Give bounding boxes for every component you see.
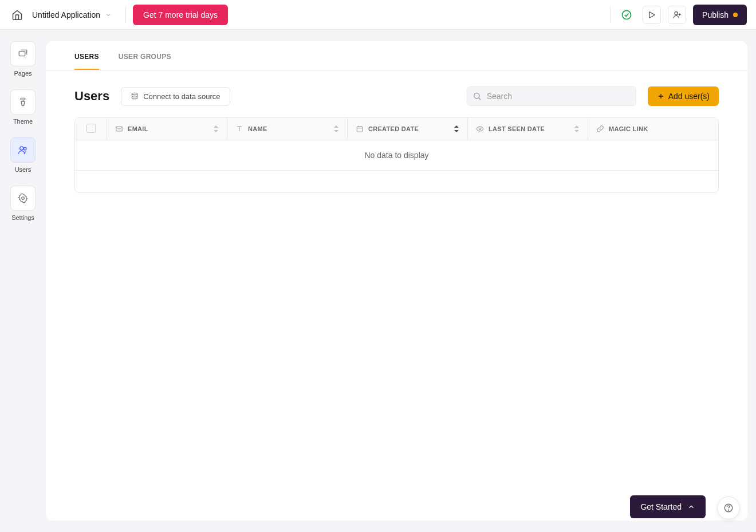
table-wrap: EMAIL <box>46 117 747 193</box>
svg-rect-20 <box>357 127 362 132</box>
add-member-button[interactable] <box>668 6 686 24</box>
column-name[interactable]: NAME <box>227 118 348 140</box>
svg-marker-25 <box>454 130 459 132</box>
toolbar: Users Connect to data source <box>46 70 747 117</box>
connect-datasource-button[interactable]: Connect to data source <box>121 87 230 106</box>
svg-point-10 <box>132 93 137 95</box>
column-label: CREATED DATE <box>368 125 419 132</box>
divider <box>610 7 611 23</box>
column-email[interactable]: EMAIL <box>107 118 227 140</box>
help-icon <box>723 503 734 513</box>
svg-point-2 <box>675 11 678 14</box>
svg-point-26 <box>479 128 481 130</box>
publish-button[interactable]: Publish <box>693 5 747 25</box>
layout: Pages Theme User <box>0 30 756 532</box>
sort-icon[interactable] <box>213 125 219 132</box>
calendar-icon <box>356 125 364 133</box>
column-label: MAGIC LINK <box>609 125 648 132</box>
svg-marker-18 <box>334 125 338 128</box>
column-checkbox[interactable] <box>75 118 107 140</box>
sidebar-label: Pages <box>14 70 32 77</box>
sidebar-item-settings[interactable]: Settings <box>10 186 36 221</box>
svg-marker-28 <box>574 130 579 132</box>
users-icon <box>10 137 36 163</box>
status-check-icon[interactable] <box>617 6 636 24</box>
sidebar-item-theme[interactable]: Theme <box>10 89 36 125</box>
add-user-button[interactable]: Add user(s) <box>648 86 719 106</box>
get-started-label: Get Started <box>640 502 682 511</box>
plus-icon <box>657 92 665 100</box>
app-title-wrap[interactable]: Untitled Application <box>32 10 112 19</box>
svg-point-0 <box>623 10 631 19</box>
sidebar-label: Settings <box>11 214 34 221</box>
email-icon <box>115 125 123 133</box>
users-table: EMAIL <box>74 117 719 193</box>
svg-rect-5 <box>19 52 25 56</box>
empty-message: No data to display <box>75 140 718 171</box>
link-icon <box>596 125 604 133</box>
add-user-label: Add user(s) <box>668 92 710 101</box>
sort-icon[interactable] <box>454 125 459 132</box>
sidebar-item-users[interactable]: Users <box>10 137 36 173</box>
svg-marker-1 <box>649 11 655 18</box>
svg-rect-6 <box>21 98 25 100</box>
page-title: Users <box>74 89 109 104</box>
eye-icon <box>476 125 484 133</box>
chevron-up-icon <box>687 503 695 511</box>
column-last-seen[interactable]: LAST SEEN DATE <box>468 118 588 140</box>
svg-point-8 <box>24 148 27 151</box>
svg-point-7 <box>20 147 23 150</box>
svg-marker-24 <box>454 125 459 128</box>
search-wrap <box>467 86 636 106</box>
tabs: USERS USER GROUPS <box>46 41 747 70</box>
table-footer-row <box>75 171 718 192</box>
sidebar-label: Users <box>15 166 32 173</box>
search-input[interactable] <box>467 86 636 106</box>
sidebar-item-pages[interactable]: Pages <box>10 41 36 77</box>
tab-users[interactable]: USERS <box>74 53 99 70</box>
trial-button[interactable]: Get 7 more trial days <box>133 5 228 25</box>
svg-marker-16 <box>214 125 218 128</box>
settings-icon <box>10 186 36 211</box>
divider <box>125 7 126 23</box>
column-label: LAST SEEN DATE <box>489 125 545 132</box>
publish-label: Publish <box>702 10 729 19</box>
svg-line-12 <box>478 98 480 100</box>
connect-label: Connect to data source <box>143 92 220 101</box>
pages-icon <box>10 41 36 66</box>
search-icon <box>472 92 482 101</box>
home-icon[interactable] <box>9 7 25 23</box>
sidebar-label: Theme <box>13 118 33 125</box>
svg-point-9 <box>22 197 25 200</box>
chevron-down-icon <box>105 11 112 18</box>
sort-icon[interactable] <box>333 125 339 132</box>
column-magic-link[interactable]: MAGIC LINK <box>588 118 718 140</box>
header-right: Publish <box>610 5 747 25</box>
svg-marker-27 <box>574 125 579 128</box>
column-label: NAME <box>248 125 267 132</box>
svg-marker-17 <box>214 130 218 132</box>
column-created-date[interactable]: CREATED DATE <box>348 118 468 140</box>
svg-point-30 <box>728 510 729 510</box>
database-icon <box>131 92 139 100</box>
text-icon <box>235 125 243 133</box>
main: USERS USER GROUPS Users Connect to data … <box>46 30 756 532</box>
column-label: EMAIL <box>128 125 148 132</box>
app-title: Untitled Application <box>32 10 100 19</box>
preview-button[interactable] <box>643 6 661 24</box>
select-all-checkbox[interactable] <box>86 124 96 133</box>
help-button[interactable] <box>717 496 740 519</box>
get-started-button[interactable]: Get Started <box>630 495 706 518</box>
svg-point-11 <box>474 93 479 98</box>
tab-user-groups[interactable]: USER GROUPS <box>119 53 171 70</box>
top-header: Untitled Application Get 7 more trial da… <box>0 0 756 30</box>
publish-status-dot <box>733 13 738 17</box>
sort-icon[interactable] <box>574 125 580 132</box>
sidebar: Pages Theme User <box>0 30 46 532</box>
empty-state-row: No data to display <box>75 140 718 171</box>
svg-marker-19 <box>334 130 338 132</box>
main-card: USERS USER GROUPS Users Connect to data … <box>46 41 747 521</box>
theme-icon <box>10 89 36 115</box>
